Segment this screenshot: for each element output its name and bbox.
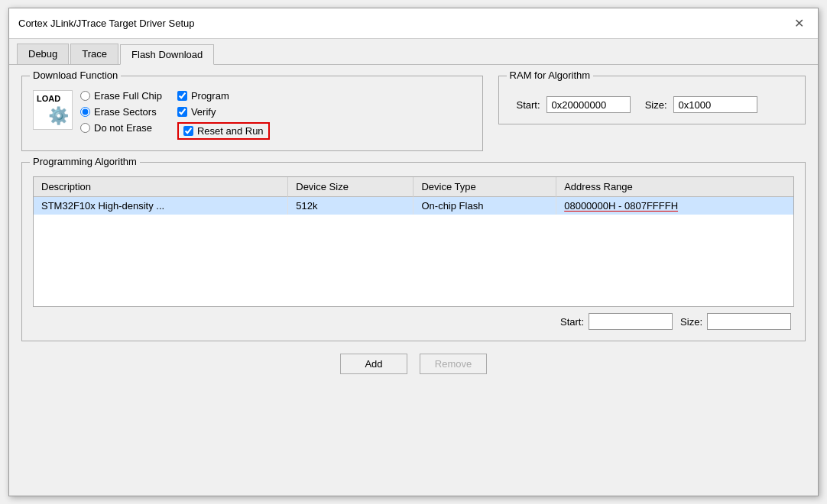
col-address-range: Address Range [556,177,793,197]
download-function-title: Download Function [30,69,121,81]
erase-radio-group: Erase Full Chip Erase Sectors Do not Era… [80,90,162,134]
radio-erase-full[interactable]: Erase Full Chip [80,90,162,102]
gear-icon: ⚙️ [48,106,69,126]
algorithm-table-container: Description Device Size Device Type Addr… [33,176,794,307]
bottom-size-row: Size: [680,313,791,330]
load-text: LOAD [37,94,60,103]
ram-size-input[interactable] [673,96,757,113]
checkbox-program-label: Program [191,90,229,102]
window-title: Cortex JLink/JTrace Target Driver Setup [18,18,194,29]
radio-do-not-erase-input[interactable] [80,123,90,133]
download-function-section: Download Function LOAD ⚙️ Erase Full Chi… [21,76,483,162]
add-button[interactable]: Add [340,354,407,374]
ram-algorithm-title: RAM for Algorithm [507,69,593,81]
col-device-type: Device Type [414,177,556,197]
radio-do-not-erase[interactable]: Do not Erase [80,122,162,134]
top-section: Download Function LOAD ⚙️ Erase Full Chi… [21,76,806,162]
cell-device-type: On-chip Flash [414,197,556,215]
download-function-inner: LOAD ⚙️ Erase Full Chip Erase Sector [33,90,472,140]
ram-algorithm-section: RAM for Algorithm Start: Size: [498,76,806,162]
ram-start-row: Start: Size: [510,96,794,113]
table-row[interactable]: STM32F10x High-density ... 512k On-chip … [34,197,793,215]
remove-button[interactable]: Remove [420,354,487,374]
algorithm-table: Description Device Size Device Type Addr… [34,177,793,306]
main-window: Cortex JLink/JTrace Target Driver Setup … [8,8,819,496]
programming-algorithm-title: Programming Algorithm [30,156,140,167]
bottom-start-label: Start: [560,316,584,328]
bottom-size-label: Size: [680,316,702,328]
table-header-row: Description Device Size Device Type Addr… [34,177,793,197]
radio-erase-sectors[interactable]: Erase Sectors [80,106,162,118]
tab-trace[interactable]: Trace [70,44,118,64]
tab-debug[interactable]: Debug [17,44,69,64]
table-empty-area [34,215,793,306]
ram-size-label: Size: [637,99,667,111]
tab-flash-download[interactable]: Flash Download [120,44,214,65]
download-function-group: Download Function LOAD ⚙️ Erase Full Chi… [21,76,483,151]
checkbox-reset-run[interactable]: Reset and Run [177,122,270,140]
close-button[interactable]: ✕ [790,15,809,32]
col-device-size: Device Size [288,177,414,197]
title-bar: Cortex JLink/JTrace Target Driver Setup … [9,8,818,39]
col-description: Description [34,177,288,197]
radio-erase-sectors-input[interactable] [80,107,90,117]
tab-content: Download Function LOAD ⚙️ Erase Full Chi… [9,65,818,393]
reset-run-highlight-box: Reset and Run [177,122,270,140]
radio-erase-sectors-label: Erase Sectors [94,106,157,118]
bottom-inputs: Start: Size: [33,313,794,330]
checkbox-program[interactable]: Program [177,90,270,102]
checkbox-reset-run-input[interactable] [183,126,193,136]
address-range-value: 08000000H - 0807FFFFH [564,200,678,212]
bottom-size-input[interactable] [707,313,791,330]
bottom-start-row: Start: [560,313,673,330]
radio-erase-full-input[interactable] [80,91,90,101]
bottom-start-input[interactable] [589,313,673,330]
cell-description: STM32F10x High-density ... [34,197,288,215]
radio-do-not-erase-label: Do not Erase [94,122,152,134]
ram-start-label: Start: [510,99,540,111]
checkbox-verify[interactable]: Verify [177,106,270,118]
ram-inner: Start: Size: [510,96,794,113]
checkbox-verify-label: Verify [191,106,216,118]
radio-erase-full-label: Erase Full Chip [94,90,162,102]
cell-address-range: 08000000H - 0807FFFFH [556,197,793,215]
ram-algorithm-group: RAM for Algorithm Start: Size: [498,76,806,124]
cell-device-size: 512k [288,197,414,215]
checkbox-group: Program Verify Reset and Run [177,90,270,140]
load-icon: LOAD ⚙️ [33,90,73,130]
checkbox-program-input[interactable] [177,91,187,101]
ram-start-input[interactable] [546,96,631,113]
checkbox-verify-input[interactable] [177,107,187,117]
programming-algorithm-group: Programming Algorithm Description Device… [21,162,806,341]
tab-bar: Debug Trace Flash Download [9,39,818,65]
checkbox-reset-run-label: Reset and Run [197,125,264,137]
action-buttons: Add Remove [21,354,806,382]
